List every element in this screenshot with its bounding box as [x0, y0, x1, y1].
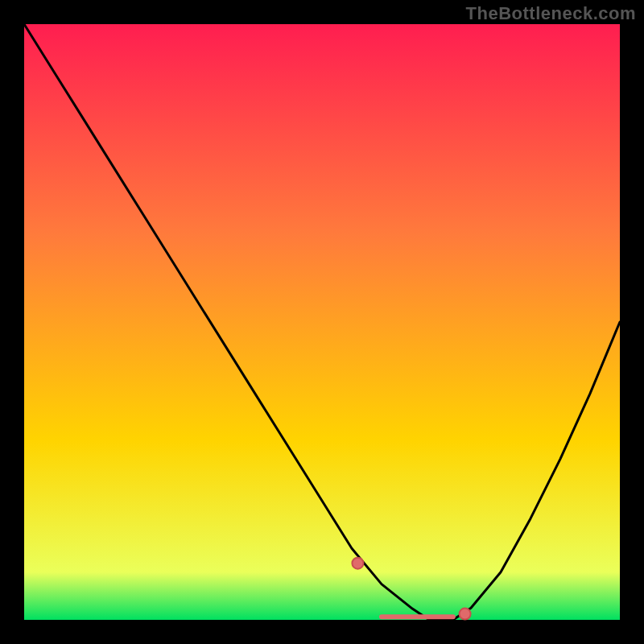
plot-background — [24, 24, 620, 620]
bottleneck-chart — [0, 0, 644, 644]
marker-left — [352, 558, 363, 569]
watermark-text: TheBottleneck.com — [466, 3, 636, 24]
marker-right — [460, 609, 471, 620]
chart-container: TheBottleneck.com — [0, 0, 644, 644]
